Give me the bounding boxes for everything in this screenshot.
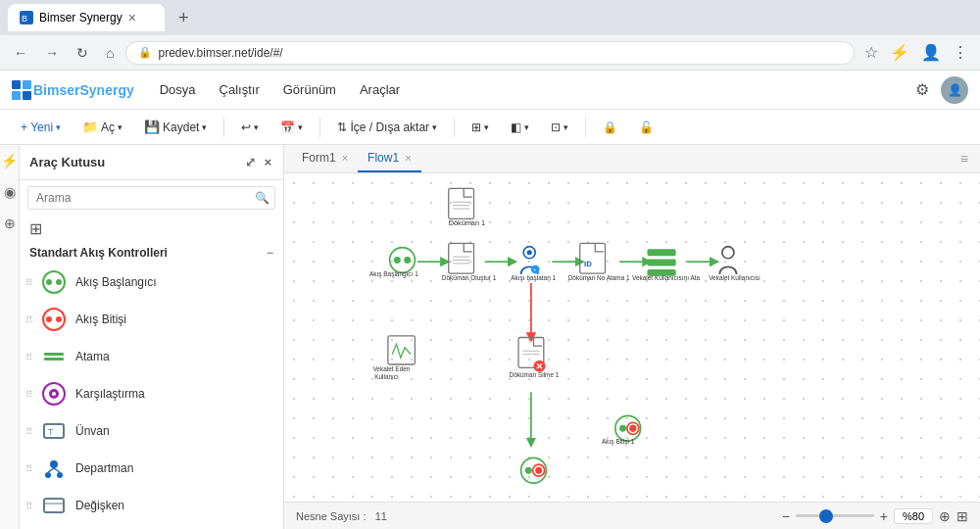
app-logo: BimserSynergy [12,80,134,100]
save-btn[interactable]: 💾 Kaydet ▾ [135,115,216,139]
tab-form1-close[interactable]: × [342,152,348,164]
import-export-btn[interactable]: ⇅ İçe / Dışa aktar ▾ [328,116,446,139]
doc-create-node [449,243,474,273]
tab-flow1[interactable]: Flow1 × [358,145,420,172]
settings-btn[interactable]: ⚙ [911,76,933,103]
svg-point-76 [615,415,641,441]
tool-item-department[interactable]: ⠿ Departman [20,450,283,487]
extension-btn[interactable]: ⚡ [886,39,913,66]
object-count-label: Nesne Sayısı : [296,510,367,522]
search-input[interactable] [27,186,275,210]
tool-icon-compare [40,380,68,408]
user-avatar[interactable]: 👤 [941,76,968,104]
tool-item-flow-end[interactable]: ⠿ Akış Bitişi [20,301,283,338]
svg-text:Akış Bitişi 1: Akış Bitişi 1 [602,438,635,446]
side-tool-icon[interactable]: ⚡ [1,153,18,168]
nav-refresh-btn[interactable]: ↻ [71,41,94,65]
schedule-btn[interactable]: 📅 ▾ [271,116,312,139]
undo-btn[interactable]: ↩ ▾ [232,116,268,139]
svg-line-74 [537,363,542,368]
tab-close-btn[interactable]: × [128,10,136,25]
menu-calistir[interactable]: Çalıştır [210,76,270,103]
zoom-controls: − + ⊕ ⊞ [782,508,968,524]
svg-point-85 [535,467,542,474]
menu-gorunum[interactable]: Görünüm [273,76,346,103]
doc-delete-node [518,338,545,372]
zoom-input[interactable] [894,508,933,524]
tool-item-assignment[interactable]: ⠿ Atama [20,338,283,375]
tool-item-variable[interactable]: ⠿ Değişken [20,487,283,524]
address-bar[interactable]: 🔒 predev.bimser.net/ide/#/ [125,41,855,65]
nav-home-btn[interactable]: ⌂ [100,41,120,65]
section-header[interactable]: Standart Akış Kontrolleri − [20,242,283,264]
more2-btn[interactable]: ⊡ ▾ [542,116,577,139]
new-tab-btn[interactable]: + [172,6,195,30]
zoom-fit-btn[interactable]: ⊕ [939,508,951,524]
svg-text:Döküman 1: Döküman 1 [449,218,485,227]
unlock-btn[interactable]: 🔓 [630,116,662,139]
tool-label-title: Ünvan [75,424,110,438]
nav-back-btn[interactable]: ← [8,41,33,65]
lock-btn[interactable]: 🔒 [594,116,626,139]
bimser-favicon: B [20,11,33,24]
panel-close-icon[interactable]: × [262,153,273,171]
zoom-minus-btn[interactable]: − [782,508,790,524]
new-btn[interactable]: + Yeni ▾ [12,116,70,139]
svg-rect-47 [449,243,474,273]
grid-icon: ⊞ [471,120,481,134]
profile-btn[interactable]: 👤 [917,39,945,66]
view-icon: ◧ [511,120,521,134]
proxy-user-node [719,247,736,274]
grid-btn[interactable]: ⊞ ▾ [463,116,498,139]
tool-item-flow-status[interactable]: ⠿ A Akış Durumu [20,524,283,529]
open-btn-label: Aç [101,120,115,134]
svg-point-16 [52,392,56,396]
tab-form1[interactable]: Form1 × [292,145,358,172]
schedule-chevron: ▾ [298,122,303,132]
tool-icon-assignment [40,343,68,370]
import-export-chevron: ▾ [432,122,437,132]
collapse-icon[interactable]: − [267,246,273,260]
zoom-icons: ⊕ ⊞ [939,508,968,524]
canvas[interactable]: Döküman 1 Akış Başlangıcı 1 [284,173,980,502]
tool-item-title[interactable]: ⠿ T Ünvan [20,412,283,450]
svg-text:Döküman Silme 1: Döküman Silme 1 [510,371,560,378]
side-nav-icon[interactable]: ◉ [4,184,16,200]
view-btn[interactable]: ◧ ▾ [502,116,538,139]
tool-item-flow-start[interactable]: ⠿ Akış Başlangıcı [20,264,283,301]
import-export-icon: ⇅ [337,120,347,134]
svg-text:B: B [22,14,27,24]
menu-dosya[interactable]: Dosya [150,76,206,103]
sep2 [319,118,320,137]
header-right: ⚙ 👤 [911,76,968,104]
svg-point-84 [533,464,545,476]
bookmark-btn[interactable]: ☆ [860,39,882,66]
sep3 [454,118,455,137]
folder-icon: 📁 [82,120,98,134]
tab-flow1-close[interactable]: × [405,152,411,164]
tool-label-variable: Değişken [75,499,124,512]
zoom-grid-btn[interactable]: ⊞ [956,508,968,524]
more-btn[interactable]: ⋮ [949,39,972,66]
zoom-slider[interactable] [796,514,874,517]
svg-point-78 [629,425,636,432]
section-toggle[interactable]: ⊞ [20,216,283,242]
section-label: Standart Akış Kontrolleri [29,246,263,260]
tool-panel: Araç Kutusu ⤢ × 🔍 ⊞ Standart Akış Kontro… [20,145,284,529]
menu-araclar[interactable]: Araçlar [350,76,410,103]
canvas-panel-icon[interactable]: ≡ [960,151,972,167]
nav-forward-btn[interactable]: → [39,41,65,65]
zoom-plus-btn[interactable]: + [880,508,888,524]
browser-tab[interactable]: B Bimser Synergy × [8,4,165,31]
browser-chrome: B Bimser Synergy × + [0,0,980,35]
drag-handle: ⠿ [25,389,32,400]
tool-icon-variable [40,492,68,519]
tool-item-compare[interactable]: ⠿ Karşılaştırma [20,375,283,412]
drag-handle: ⠿ [25,352,32,362]
svg-point-11 [56,316,62,322]
side-layer-icon[interactable]: ⊕ [4,216,16,231]
import-export-label: İçe / Dışa aktar [350,120,429,134]
open-btn[interactable]: 📁 Aç ▾ [74,115,131,139]
svg-point-72 [534,361,546,372]
panel-expand-icon[interactable]: ⤢ [243,153,258,171]
